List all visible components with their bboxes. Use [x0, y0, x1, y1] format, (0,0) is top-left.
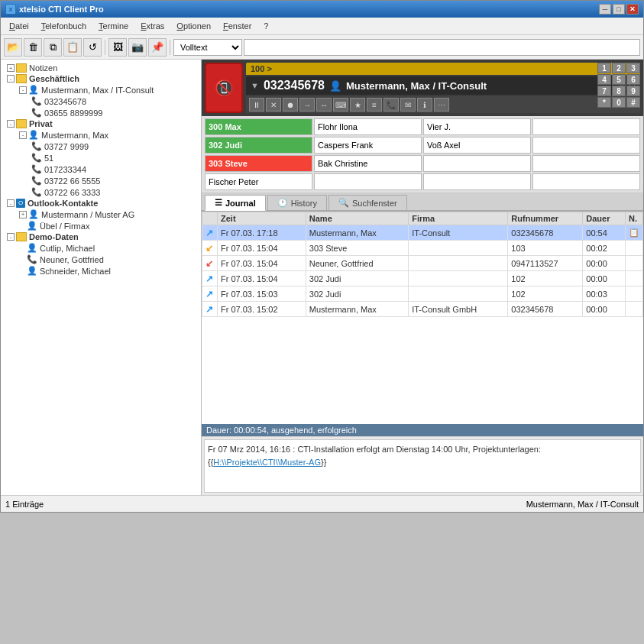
toggle-outlook[interactable]: -	[7, 199, 15, 207]
menu-extras[interactable]: Extras	[135, 19, 170, 33]
detail-note[interactable]: Fr 07 Mrz 2014, 16:16 : CTI-Installation…	[204, 439, 641, 493]
tree-item-phone3[interactable]: 📞 03727 9999	[1, 141, 201, 152]
status-bak[interactable]: Bak Christine	[314, 155, 422, 172]
tab-history[interactable]: 🕐 History	[267, 195, 327, 210]
status-flohr[interactable]: Flohr Ilona	[314, 118, 422, 135]
numpad-1[interactable]: 1	[597, 63, 611, 73]
journal-row-1[interactable]: ↗ Fr 07.03. 17:18 Mustermann, Max IT-Con…	[202, 225, 643, 241]
status-303[interactable]: 303 Steve	[205, 155, 312, 172]
col-note[interactable]: N.	[626, 212, 643, 225]
toggle-notizen[interactable]: +	[7, 64, 15, 72]
col-zeit[interactable]: Zeit	[218, 212, 306, 225]
menu-datei[interactable]: Datei	[4, 19, 34, 33]
col-dir[interactable]	[202, 212, 218, 225]
tab-journal[interactable]: ☰ Journal	[205, 195, 266, 211]
tree-item-geschaeftlich[interactable]: - Geschäftlich	[1, 73, 201, 84]
tree-item-neuner[interactable]: 📞 Neuner, Gottfried	[1, 254, 201, 265]
tree-item-ubel[interactable]: 👤 Übel / Firmax	[1, 220, 201, 231]
journal-scroll[interactable]: Zeit Name Firma Rufnummer Dauer N. ↗	[202, 212, 643, 424]
numpad-6[interactable]: 6	[626, 74, 640, 85]
toggle-mustermann-it[interactable]: -	[19, 86, 27, 94]
star-btn[interactable]: ★	[350, 98, 365, 112]
col-firma[interactable]: Firma	[409, 212, 508, 225]
toggle-muster-ag[interactable]: +	[19, 211, 27, 218]
tel-btn[interactable]: 📞	[383, 98, 399, 112]
minimize-button[interactable]: ─	[599, 4, 611, 15]
transfer-btn[interactable]: →	[299, 98, 315, 112]
tb-delete-button[interactable]: 🗑	[24, 38, 42, 57]
info-btn[interactable]: ℹ	[417, 98, 432, 112]
tree-item-demo[interactable]: - Demo-Daten	[1, 231, 201, 242]
status-300[interactable]: 300 Max	[205, 118, 312, 135]
menu-fenster[interactable]: Fenster	[218, 19, 257, 33]
tree-item-cutlip[interactable]: 👤 Cutlip, Michael	[1, 242, 201, 254]
close-button[interactable]: ✕	[626, 4, 639, 15]
tree-item-phone1[interactable]: 📞 032345678	[1, 95, 201, 107]
tree-item-outlook[interactable]: - O Outlook-Kontakte	[1, 198, 201, 209]
tb-pin-button[interactable]: 📌	[148, 38, 167, 57]
numpad-5[interactable]: 5	[612, 74, 626, 85]
tb-paste-button[interactable]: 📋	[63, 38, 82, 57]
numpad-8[interactable]: 8	[612, 86, 626, 96]
numpad-star[interactable]: *	[597, 97, 611, 108]
record-btn[interactable]: ⏺	[283, 98, 298, 112]
numpad-hash[interactable]: #	[626, 97, 640, 108]
journal-row-5[interactable]: ↗ Fr 07.03. 15:03 302 Judi 102 00:03	[202, 286, 643, 302]
pause-btn[interactable]: ⏸	[249, 98, 264, 112]
toggle-demo[interactable]: -	[7, 233, 15, 241]
tb-open-button[interactable]: 📂	[4, 38, 22, 57]
status-vos[interactable]: Voß Axel	[423, 137, 531, 154]
tab-suchfenster[interactable]: 🔍 Suchfenster	[328, 195, 407, 210]
tree-item-mustermann-privat[interactable]: - 👤 Mustermann, Max	[1, 129, 201, 141]
maximize-button[interactable]: □	[613, 4, 625, 15]
journal-row-3[interactable]: ↙ Fr 07.03. 15:04 Neuner, Gottfried 0947…	[202, 256, 643, 271]
tree-item-schneider[interactable]: 👤 Schneider, Michael	[1, 265, 201, 277]
numpad-4[interactable]: 4	[597, 74, 611, 85]
tree-item-muster-ag[interactable]: + 👤 Mustermann / Muster AG	[1, 209, 201, 220]
hangup-button[interactable]: 📵	[205, 63, 243, 113]
search-input[interactable]	[244, 39, 640, 56]
tb-image-button[interactable]: 🖼	[108, 38, 127, 57]
col-rufnummer[interactable]: Rufnummer	[508, 212, 583, 225]
tb-video-button[interactable]: 📷	[128, 38, 147, 57]
col-name[interactable]: Name	[306, 212, 408, 225]
tree-item-privat[interactable]: - Privat	[1, 118, 201, 129]
numpad-0[interactable]: 0	[612, 97, 626, 108]
note-link[interactable]: H:\\Projekte\\CTI\\Muster-AG	[213, 458, 321, 467]
journal-row-2[interactable]: ↙ Fr 07.03. 15:04 303 Steve 103 00:02	[202, 241, 643, 256]
dtmf-btn[interactable]: ⌨	[333, 98, 348, 112]
numpad-9[interactable]: 9	[626, 86, 640, 96]
col-dauer[interactable]: Dauer	[583, 212, 626, 225]
numpad-3[interactable]: 3	[626, 63, 640, 73]
tree-item-phone7[interactable]: 📞 03722 66 3333	[1, 186, 201, 198]
tb-refresh-button[interactable]: ↺	[83, 38, 102, 57]
status-fischer[interactable]: Fischer Peter	[205, 173, 312, 190]
end-btn[interactable]: ✕	[266, 98, 281, 112]
numpad-7[interactable]: 7	[597, 86, 611, 96]
toggle-geschaeftlich[interactable]: -	[7, 75, 15, 83]
toggle-mustermann-privat[interactable]: -	[19, 131, 27, 139]
status-302[interactable]: 302 Judi	[205, 137, 312, 154]
numpad-2[interactable]: 2	[612, 63, 626, 73]
msg-btn[interactable]: ✉	[400, 98, 416, 112]
tree-item-phone5[interactable]: 📞 017233344	[1, 163, 201, 175]
menu-optionen[interactable]: Optionen	[171, 19, 216, 33]
tree-item-phone4[interactable]: 📞 51	[1, 152, 201, 163]
conf-btn[interactable]: ↔	[316, 98, 332, 112]
status-vierj[interactable]: Vier J.	[423, 118, 531, 135]
list-btn[interactable]: ≡	[367, 98, 382, 112]
tree-item-notizen[interactable]: + Notizen	[1, 63, 201, 73]
journal-row-4[interactable]: ↗ Fr 07.03. 15:04 302 Judi 102 00:00	[202, 271, 643, 286]
search-type-select[interactable]: Volltext	[173, 39, 242, 56]
status-caspers[interactable]: Caspers Frank	[314, 137, 422, 154]
more-btn[interactable]: ⋯	[434, 98, 449, 112]
tb-copy-button[interactable]: ⧉	[44, 38, 62, 57]
tree-item-mustermann-it[interactable]: - 👤 Mustermann, Max / IT-Consult	[1, 84, 201, 95]
menu-termine[interactable]: Termine	[93, 19, 134, 33]
journal-row-6[interactable]: ↗ Fr 07.03. 15:02 Mustermann, Max IT-Con…	[202, 302, 643, 317]
tree-item-phone6[interactable]: 📞 03722 66 5555	[1, 175, 201, 186]
toggle-privat[interactable]: -	[7, 120, 15, 128]
menu-telefonbuch[interactable]: Telefonbuch	[36, 19, 92, 33]
menu-help[interactable]: ?	[258, 19, 273, 33]
tree-item-phone2[interactable]: 📞 03655 8899999	[1, 107, 201, 118]
